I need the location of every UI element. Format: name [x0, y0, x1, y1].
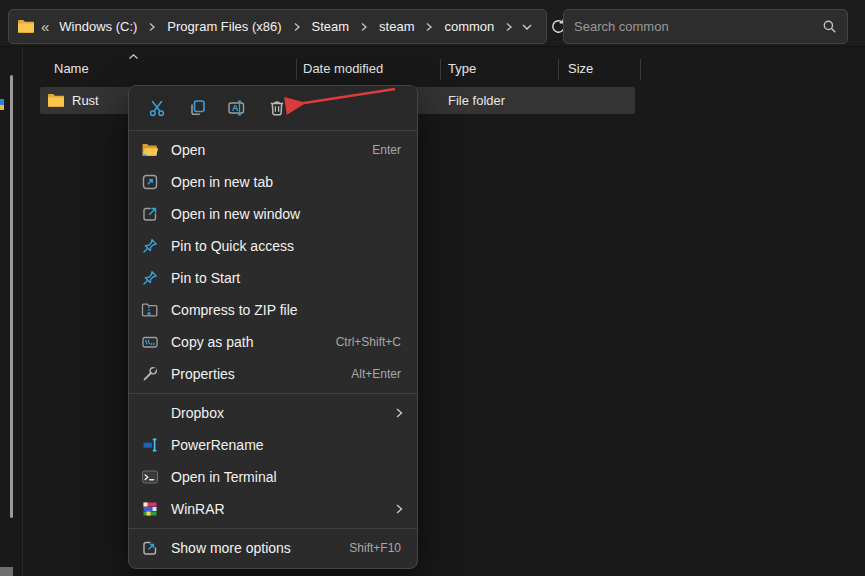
context-menu-section-apps: Dropbox PowerRename Open in Terminal Win… [129, 394, 417, 528]
breadcrumb-windows-c[interactable]: Windows (C:) [55, 17, 141, 36]
toolbar: « Windows (C:) Program Files (x86) Steam… [0, 0, 865, 47]
chevron-right-icon[interactable] [359, 22, 369, 32]
column-header-row: Name Date modified Type Size [0, 57, 865, 83]
breadcrumb-overflow-chevron[interactable]: « [41, 18, 49, 35]
open-new-tab-icon [141, 173, 159, 191]
nav-pane-scrollbar[interactable] [10, 75, 13, 518]
menu-item-label: Open in Terminal [171, 469, 401, 485]
search-icon[interactable] [822, 19, 837, 34]
menu-item-open-in-new-tab[interactable]: Open in new tab [129, 166, 417, 198]
menu-item-compress-to-zip[interactable]: Compress to ZIP file [129, 294, 417, 326]
folder-icon [47, 93, 65, 111]
submenu-chevron-icon [393, 503, 405, 515]
menu-item-dropbox[interactable]: Dropbox [129, 397, 417, 429]
context-menu: A Open Enter Open in new tab Open in new… [128, 85, 418, 569]
menu-item-open-in-terminal[interactable]: Open in Terminal [129, 461, 417, 493]
chevron-right-icon[interactable] [424, 22, 434, 32]
chevron-right-icon[interactable] [147, 22, 157, 32]
menu-item-label: Open [171, 142, 372, 158]
delete-icon[interactable] [257, 92, 297, 124]
column-header-date-modified[interactable]: Date modified [303, 61, 383, 76]
column-separator[interactable] [640, 59, 641, 80]
context-menu-section-primary: Open Enter Open in new tab Open in new w… [129, 131, 417, 393]
file-explorer-window: « Windows (C:) Program Files (x86) Steam… [0, 0, 865, 576]
blank-icon [141, 404, 159, 422]
pin-icon [141, 237, 159, 255]
wrench-icon [141, 365, 159, 383]
menu-item-powerrename[interactable]: PowerRename [129, 429, 417, 461]
submenu-chevron-icon [393, 407, 405, 419]
column-separator[interactable] [558, 59, 559, 80]
scrollbar-corner [0, 567, 13, 576]
copy-icon[interactable] [177, 92, 217, 124]
sort-ascending-icon [128, 49, 139, 64]
menu-item-show-more-options[interactable]: Show more options Shift+F10 [129, 532, 417, 564]
menu-item-shortcut: Alt+Enter [351, 367, 401, 381]
search-box[interactable] [563, 9, 848, 44]
zip-folder-icon [141, 301, 159, 319]
breadcrumb-common[interactable]: common [440, 17, 498, 36]
breadcrumb-program-files[interactable]: Program Files (x86) [163, 17, 285, 36]
menu-item-label: Pin to Quick access [171, 238, 401, 254]
column-separator[interactable] [296, 59, 297, 80]
svg-text:A: A [232, 103, 239, 113]
menu-item-label: Properties [171, 366, 351, 382]
menu-item-copy-as-path[interactable]: Copy as path Ctrl+Shift+C [129, 326, 417, 358]
menu-item-properties[interactable]: Properties Alt+Enter [129, 358, 417, 390]
address-dropdown-chevron-icon[interactable] [520, 20, 534, 34]
rename-icon[interactable]: A [217, 92, 257, 124]
menu-item-label: Compress to ZIP file [171, 302, 401, 318]
menu-item-shortcut: Shift+F10 [349, 541, 401, 555]
breadcrumb-steam[interactable]: Steam [308, 17, 354, 36]
file-name: Rust [72, 93, 99, 108]
menu-item-label: Open in new window [171, 206, 401, 222]
copy-path-icon [141, 333, 159, 351]
context-menu-iconbar: A [129, 86, 417, 130]
chevron-right-icon[interactable] [292, 22, 302, 32]
powerrename-icon [141, 436, 159, 454]
chevron-right-icon[interactable] [504, 22, 514, 32]
menu-item-shortcut: Enter [372, 143, 401, 157]
file-type: File folder [448, 93, 505, 108]
menu-item-pin-to-start[interactable]: Pin to Start [129, 262, 417, 294]
winrar-icon [141, 500, 159, 518]
menu-item-label: Open in new tab [171, 174, 401, 190]
column-separator[interactable] [440, 59, 441, 80]
menu-item-winrar[interactable]: WinRAR [129, 493, 417, 525]
open-new-window-icon [141, 205, 159, 223]
menu-item-open[interactable]: Open Enter [129, 134, 417, 166]
menu-item-label: WinRAR [171, 501, 387, 517]
nav-pane-item-icon [0, 99, 4, 110]
pin-icon [141, 269, 159, 287]
nav-pane-divider [22, 47, 23, 576]
column-header-size[interactable]: Size [568, 61, 593, 76]
search-input[interactable] [574, 19, 822, 34]
menu-item-label: Pin to Start [171, 270, 401, 286]
menu-item-label: Dropbox [171, 405, 387, 421]
show-more-options-icon [141, 539, 159, 557]
cut-icon[interactable] [137, 92, 177, 124]
context-menu-section-more: Show more options Shift+F10 [129, 529, 417, 568]
menu-item-shortcut: Ctrl+Shift+C [336, 335, 401, 349]
menu-item-label: Show more options [171, 540, 349, 556]
address-bar[interactable]: « Windows (C:) Program Files (x86) Steam… [8, 9, 547, 44]
column-header-name[interactable]: Name [54, 61, 89, 76]
menu-item-label: PowerRename [171, 437, 401, 453]
terminal-icon [141, 468, 159, 486]
menu-item-label: Copy as path [171, 334, 336, 350]
menu-item-pin-to-quick-access[interactable]: Pin to Quick access [129, 230, 417, 262]
folder-icon [17, 19, 35, 34]
open-folder-icon [141, 141, 159, 159]
breadcrumb-steam-lower[interactable]: steam [375, 17, 418, 36]
column-header-type[interactable]: Type [448, 61, 476, 76]
menu-item-open-in-new-window[interactable]: Open in new window [129, 198, 417, 230]
